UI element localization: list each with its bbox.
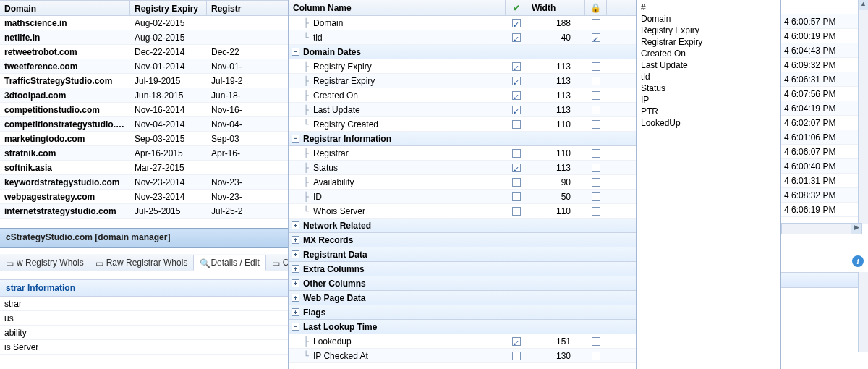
checkbox[interactable] [592,337,600,346]
checkbox[interactable] [592,120,600,129]
list-item[interactable]: Registrar Expiry [641,36,776,48]
cc-header-name[interactable]: Column Name [289,0,506,15]
column-item[interactable]: ├Registrar Expiry113 [289,74,636,88]
column-width-cell[interactable]: 151 [527,334,585,349]
column-group[interactable]: +Other Columns [289,276,636,291]
checkbox[interactable] [592,91,600,100]
checkbox[interactable] [592,106,600,114]
checkbox[interactable] [592,149,600,158]
expand-icon[interactable]: + [292,294,299,302]
column-group[interactable]: +Registrant Data [289,247,636,262]
checkbox[interactable] [512,192,521,201]
column-width-cell[interactable]: 188 [527,16,585,30]
table-row[interactable]: marketingtodo.comSep-03-2015Sep-03 [0,132,289,146]
column-width-cell[interactable]: 113 [527,88,585,103]
checkbox[interactable] [512,164,521,172]
table-row[interactable]: 3dtoolpad.comJun-18-2015Jun-18- [0,88,289,103]
column-item[interactable]: ├Registry Expiry113 [289,59,636,74]
checkbox[interactable] [512,77,521,85]
checkbox[interactable] [592,77,600,85]
column-group[interactable]: −Last Lookup Time [289,320,636,334]
column-item[interactable]: ├Availability90 [289,175,636,190]
list-item[interactable]: tld [641,71,776,82]
list-item[interactable]: Last Update [641,59,776,71]
checkbox[interactable] [512,337,521,346]
checkbox[interactable] [512,106,521,114]
col-header-registry-expiry[interactable]: Registry Expiry [130,1,207,15]
column-width-cell[interactable]: 110 [527,117,585,132]
column-width-cell[interactable]: 40 [527,30,585,45]
column-group[interactable]: −Domain Dates [289,45,636,59]
table-row[interactable]: stratnik.comApr-16-2015Apr-16- [0,146,289,161]
checkbox[interactable] [592,192,600,201]
list-item[interactable]: Registry Expiry [641,25,776,36]
cc-header-visible[interactable]: ✔ [506,0,527,15]
column-item[interactable]: └IP Checked At130 [289,349,636,363]
column-item[interactable]: ├ID50 [289,190,636,204]
expand-icon[interactable]: + [292,236,299,244]
column-group[interactable]: −Registrar Information [289,132,636,146]
expand-icon[interactable]: + [292,250,299,258]
checkbox[interactable] [592,207,600,216]
checkbox[interactable] [592,33,600,42]
checkbox[interactable] [512,207,521,216]
table-row[interactable]: netlife.inAug-02-2015 [0,30,289,45]
col-header-domain[interactable]: Domain [0,1,130,15]
list-item[interactable]: PTR [641,106,776,117]
table-row[interactable]: TrafficStrategyStudio.comJul-19-2015Jul-… [0,74,289,88]
list-item[interactable]: LookedUp [641,117,776,129]
column-item[interactable]: ├Registrar110 [289,146,636,161]
column-item[interactable]: ├Created On113 [289,88,636,103]
selected-columns-list[interactable]: #DomainRegistry ExpiryRegistrar ExpiryCr… [637,0,781,369]
property-row[interactable]: strar [0,297,288,311]
property-row[interactable]: us [0,311,288,326]
column-width-cell[interactable]: 50 [527,190,585,204]
checkbox[interactable] [512,352,521,360]
column-group[interactable]: +Flags [289,305,636,320]
table-row[interactable]: internetstrategystudio.comJul-25-2015Jul… [0,204,289,219]
checkbox[interactable] [512,149,521,158]
tab-custo[interactable]: ▭ Custo [266,255,288,270]
list-item[interactable]: Created On [641,48,776,59]
scroll-right-icon[interactable]: ▶ [851,224,861,234]
tab-raw-registry-whois[interactable]: ▭ w Registry Whois [0,255,90,270]
column-group[interactable]: +Network Related [289,219,636,233]
list-item[interactable]: Status [641,82,776,94]
column-chooser-body[interactable]: ├Domain188└tld40−Domain Dates├Registry E… [289,16,636,369]
detail-scrollbar[interactable] [858,272,868,352]
grid-horizontal-scrollbar[interactable]: ▶ [781,223,862,234]
tab-raw-registrar-whois[interactable]: ▭ Raw Registrar Whois [90,255,194,270]
column-item[interactable]: ├Last Update113 [289,103,636,117]
column-item[interactable]: └tld40 [289,30,636,45]
column-width-cell[interactable]: 113 [527,103,585,117]
collapse-icon[interactable]: − [292,323,299,331]
column-item[interactable]: └Registry Created110 [289,117,636,132]
checkbox[interactable] [592,62,600,71]
checkbox[interactable] [512,19,521,27]
column-width-cell[interactable]: 110 [527,204,585,219]
column-item[interactable]: ├Status113 [289,161,636,175]
column-width-cell[interactable]: 110 [527,146,585,161]
checkbox[interactable] [512,62,521,71]
checkbox[interactable] [592,178,600,187]
column-item[interactable]: ├Lookedup151 [289,334,636,349]
column-item[interactable]: └Whois Server110 [289,204,636,219]
column-width-cell[interactable]: 90 [527,175,585,190]
column-width-cell[interactable]: 113 [527,59,585,74]
table-row[interactable]: tweetference.comNov-01-2014Nov-01- [0,59,289,74]
cc-header-locked[interactable]: 🔒 [585,0,607,15]
collapse-icon[interactable]: − [292,135,299,143]
list-item[interactable]: IP [641,94,776,106]
list-item[interactable]: # [641,1,776,13]
expand-icon[interactable]: + [292,308,299,316]
table-row[interactable]: mathscience.inAug-02-2015 [0,16,289,30]
tab-details-edit[interactable]: 🔍 Details / Edit [193,255,265,271]
column-item[interactable]: ├Domain188 [289,16,636,30]
expand-icon[interactable]: + [292,279,299,287]
checkbox[interactable] [512,178,521,187]
checkbox[interactable] [512,91,521,100]
table-row[interactable]: softnik.asiaMar-27-2015 [0,161,289,175]
expand-icon[interactable]: + [292,221,299,229]
column-width-cell[interactable]: 130 [527,349,585,363]
grid-vertical-scrollbar[interactable]: ▲ [858,0,868,224]
